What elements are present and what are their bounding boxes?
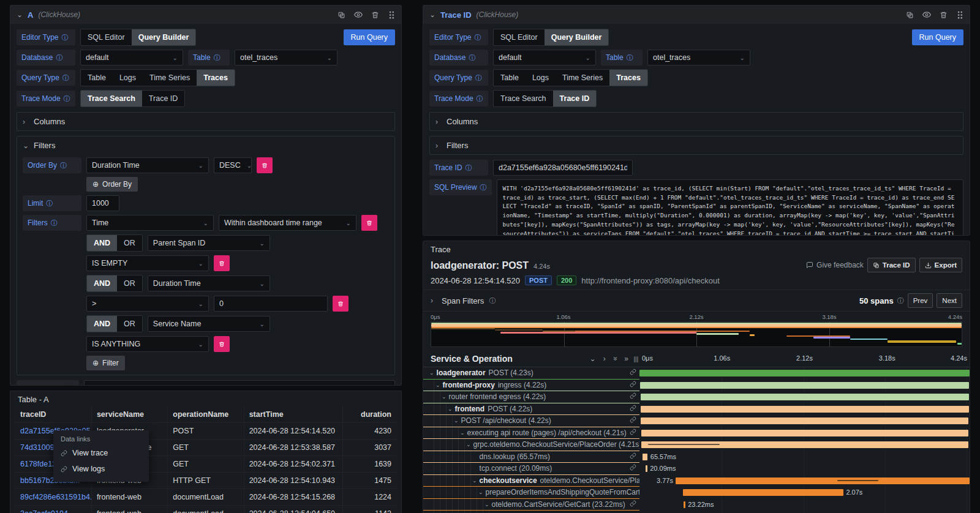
- export-button[interactable]: Export: [919, 258, 962, 272]
- query-builder-option[interactable]: Query Builder: [132, 29, 196, 45]
- info-icon[interactable]: ⓘ: [474, 33, 481, 42]
- query-ref-id[interactable]: A: [28, 10, 33, 20]
- or-option[interactable]: OR: [117, 275, 142, 291]
- query-builder-option[interactable]: Query Builder: [545, 29, 609, 45]
- filter-field-select[interactable]: Parent Span ID⌄: [148, 235, 270, 251]
- span-bar-area[interactable]: [639, 403, 970, 416]
- info-icon[interactable]: ⓘ: [64, 94, 70, 103]
- sql-preview-code[interactable]: SELECT "TraceId" as traceID, "ServiceNam…: [84, 380, 395, 386]
- info-icon[interactable]: ⓘ: [67, 384, 74, 386]
- columns-section-header[interactable]: ›Columns: [23, 117, 389, 126]
- info-icon[interactable]: ⓘ: [897, 296, 904, 305]
- info-icon[interactable]: ⓘ: [51, 219, 58, 228]
- trace-id-input[interactable]: [493, 160, 633, 176]
- or-option[interactable]: OR: [117, 235, 142, 251]
- expand-one-icon[interactable]: ›: [603, 354, 606, 363]
- span-label[interactable]: ⌄loadgeneratorPOST (4.23s): [423, 367, 639, 380]
- trace-minimap[interactable]: [431, 321, 962, 347]
- and-option[interactable]: AND: [87, 275, 117, 291]
- info-icon[interactable]: ⓘ: [56, 53, 62, 62]
- col-servicename[interactable]: serviceName: [91, 406, 167, 423]
- span-bar-area[interactable]: 2.07s: [639, 487, 970, 499]
- info-icon[interactable]: ⓘ: [489, 296, 496, 305]
- run-query-button[interactable]: Run Query: [912, 29, 963, 45]
- info-icon[interactable]: ⓘ: [466, 163, 472, 173]
- give-feedback-button[interactable]: Give feedback: [806, 261, 864, 269]
- chevron-down-icon[interactable]: ⌄: [478, 489, 483, 495]
- trace-id-link[interactable]: 3ac7acfc9194...: [15, 506, 91, 513]
- span-filters-toggle[interactable]: ›Span Filtersⓘ: [431, 296, 496, 305]
- col-duration[interactable]: duration: [343, 406, 396, 423]
- span-label[interactable]: ⌄cartservicePOST /oteldemo.CartService/G…: [423, 511, 639, 513]
- remove-order-by-button[interactable]: [257, 157, 273, 173]
- info-icon[interactable]: ⓘ: [475, 73, 482, 83]
- span-link-icon[interactable]: [627, 500, 639, 509]
- database-select[interactable]: default⌄: [80, 50, 183, 66]
- filter-field-select[interactable]: Time⌄: [86, 215, 214, 231]
- query-type-timeseries[interactable]: Time Series: [556, 70, 609, 86]
- span-bar-area[interactable]: [639, 511, 970, 513]
- filters-section-header[interactable]: ⌄Filters: [23, 141, 389, 150]
- span-label[interactable]: ⌄checkoutserviceoteldemo.CheckoutService…: [423, 475, 639, 487]
- table-panel-title[interactable]: Table - A: [10, 391, 401, 405]
- trace-id-option[interactable]: Trace ID: [142, 91, 184, 107]
- query-type-traces[interactable]: Traces: [609, 70, 647, 86]
- sql-editor-option[interactable]: SQL Editor: [81, 29, 132, 45]
- span-link-icon[interactable]: [627, 416, 639, 425]
- span-bar-area[interactable]: 3.77s: [639, 475, 970, 487]
- trace-id-link[interactable]: 89cf4286e631591b4...: [15, 489, 91, 506]
- query-type-traces[interactable]: Traces: [197, 70, 235, 86]
- span-link-icon[interactable]: [627, 429, 639, 437]
- span-link-icon[interactable]: [627, 369, 639, 377]
- span-label[interactable]: ⌄grpc.oteldemo.CheckoutService/PlaceOrde…: [423, 439, 639, 451]
- table-select[interactable]: otel_traces⌄: [647, 50, 750, 66]
- span-label[interactable]: ⌄prepareOrderItemsAndShippingQuoteFromCa…: [423, 487, 639, 499]
- or-option[interactable]: OR: [117, 316, 142, 332]
- add-filter-button[interactable]: ⊕Filter: [86, 356, 125, 370]
- trace-search-option[interactable]: Trace Search: [81, 91, 142, 107]
- span-label[interactable]: ⌄executing api route (pages) /api/checko…: [423, 427, 639, 440]
- info-icon[interactable]: ⓘ: [477, 94, 483, 103]
- filter-value-input[interactable]: [214, 296, 328, 312]
- sql-preview-code[interactable]: WITH 'd2a7155ef6a928a05680e5ff6190241d' …: [497, 179, 963, 236]
- order-by-direction-select[interactable]: DESC⌄: [214, 157, 252, 173]
- span-link-icon[interactable]: [627, 405, 639, 413]
- hide-response-eye-icon[interactable]: [354, 10, 363, 19]
- chevron-down-icon[interactable]: ⌄: [454, 418, 459, 424]
- table-select[interactable]: otel_traces⌄: [235, 50, 337, 66]
- span-link-icon[interactable]: [627, 392, 639, 401]
- filter-field-select[interactable]: Service Name⌄: [148, 316, 270, 332]
- span-bar-area[interactable]: 65.57ms: [639, 451, 970, 463]
- and-option[interactable]: AND: [87, 316, 117, 332]
- trace-panel-title[interactable]: Trace: [423, 241, 970, 255]
- chevron-down-icon[interactable]: ⌄: [442, 394, 447, 400]
- remove-filter-button[interactable]: [214, 336, 230, 352]
- span-bar-area[interactable]: [639, 391, 970, 403]
- hide-response-eye-icon[interactable]: [922, 10, 931, 19]
- trace-id-button[interactable]: Trace ID: [867, 258, 916, 272]
- col-traceid[interactable]: traceID: [15, 406, 91, 423]
- filter-operator-select[interactable]: IS EMPTY⌄: [86, 255, 209, 271]
- span-bar-area[interactable]: [639, 415, 970, 427]
- collapse-query-icon[interactable]: ⌄: [429, 10, 435, 19]
- column-resize-handle[interactable]: ∥∥: [633, 356, 638, 362]
- chevron-down-icon[interactable]: ⌄: [484, 501, 489, 507]
- span-label[interactable]: ⌄oteldemo.CartService/GetCart (23.22ms): [423, 499, 639, 511]
- run-query-button[interactable]: Run Query: [344, 29, 395, 45]
- drag-handle-icon[interactable]: [388, 11, 395, 19]
- span-label[interactable]: ⌄POST /api/checkout (4.22s): [423, 415, 639, 427]
- span-label[interactable]: ⌄dns.lookup (65.57ms): [423, 451, 639, 463]
- span-link-icon[interactable]: [627, 464, 639, 473]
- span-bar-area[interactable]: [639, 367, 970, 380]
- limit-input[interactable]: [86, 195, 119, 211]
- sql-editor-option[interactable]: SQL Editor: [494, 29, 545, 45]
- span-link-icon[interactable]: [627, 381, 639, 389]
- info-icon[interactable]: ⓘ: [62, 73, 69, 83]
- query-ref-id[interactable]: Trace ID: [440, 10, 472, 20]
- query-type-logs[interactable]: Logs: [113, 70, 143, 86]
- filter-operator-select[interactable]: IS ANYTHING⌄: [86, 336, 209, 352]
- chevron-down-icon[interactable]: ⌄: [466, 441, 471, 447]
- chevron-down-icon[interactable]: ⌄: [460, 430, 465, 436]
- view-trace-link[interactable]: View trace: [61, 445, 141, 461]
- span-link-icon[interactable]: [627, 452, 639, 461]
